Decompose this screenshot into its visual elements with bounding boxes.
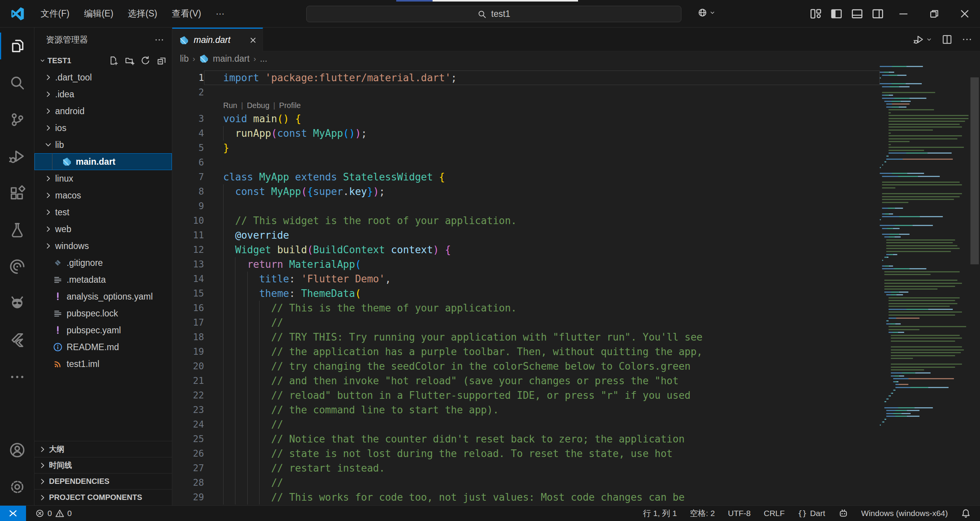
code-line-4[interactable]: 4 runApp(const MyApp());	[172, 126, 980, 141]
encoding-status[interactable]: UTF-8	[724, 509, 755, 518]
minimize-button[interactable]	[888, 0, 919, 27]
tab-main-dart[interactable]: main.dart	[172, 28, 263, 51]
code-line-26[interactable]: 26 // state is not lost during the reloa…	[172, 446, 980, 461]
activity-ai-assistant-button[interactable]	[0, 285, 34, 322]
explorer-more-actions-icon[interactable]	[154, 35, 164, 45]
code-line-9[interactable]: 9	[172, 199, 980, 213]
split-editor-icon[interactable]	[942, 34, 952, 45]
panel-3[interactable]: PROJECT COMPONENTS	[34, 489, 172, 505]
close-window-button[interactable]	[949, 0, 980, 27]
tree-item-web[interactable]: web	[34, 221, 172, 238]
restore-button[interactable]	[919, 0, 949, 27]
indentation-status[interactable]: 空格: 2	[686, 508, 719, 519]
new-folder-icon[interactable]	[124, 56, 134, 66]
code-line-5[interactable]: 5}	[172, 141, 980, 155]
code-line-21[interactable]: 21 // and then invoke "hot reload" (save…	[172, 374, 980, 388]
tree-item-test1-iml[interactable]: test1.iml	[34, 356, 172, 372]
remote-indicator[interactable]	[0, 506, 26, 521]
run-or-debug-button[interactable]	[913, 34, 933, 45]
tree-item--idea[interactable]: .idea	[34, 86, 172, 103]
activity-source-control-button[interactable]	[0, 101, 34, 138]
activity-testing-button[interactable]	[0, 211, 34, 248]
codelens-debug[interactable]: Debug	[247, 101, 270, 110]
activity-flutter-button[interactable]	[0, 322, 34, 359]
menu-3[interactable]: 查看(V)	[166, 5, 207, 23]
panel-0[interactable]: 大纲	[34, 441, 172, 457]
tree-item-pubspec-yaml[interactable]: pubspec.yaml	[34, 322, 172, 339]
tree-item-README-md[interactable]: README.md	[34, 339, 172, 356]
code-line-16[interactable]: 16 // This is the theme of your applicat…	[172, 301, 980, 315]
code-line-20[interactable]: 20 // try changing the seedColor in the …	[172, 359, 980, 374]
tree-item-lib[interactable]: lib	[34, 136, 172, 153]
code-line-2[interactable]: 2	[172, 85, 980, 100]
code-line-19[interactable]: 19 // the application has a purple toolb…	[172, 344, 980, 359]
menu-0[interactable]: 文件(F)	[34, 5, 75, 23]
command-center-search[interactable]: test1	[306, 6, 681, 22]
language-status[interactable]: {} Dart	[794, 509, 829, 518]
tree-item-pubspec-lock[interactable]: pubspec.lock	[34, 305, 172, 322]
toggle-primary-sidebar-button[interactable]	[826, 0, 847, 27]
activity-search-button[interactable]	[0, 64, 34, 101]
code-line-27[interactable]: 27 // restart instead.	[172, 461, 980, 475]
code-line-7[interactable]: 7class MyApp extends StatelessWidget {	[172, 170, 980, 184]
code-line-28[interactable]: 28 //	[172, 475, 980, 490]
eol-status[interactable]: CRLF	[760, 509, 789, 518]
tree-item-windows[interactable]: windows	[34, 238, 172, 254]
problems-status[interactable]: 0 0	[31, 509, 75, 518]
activity-explorer-button[interactable]	[0, 28, 34, 64]
scrollbar-thumb[interactable]	[970, 77, 979, 264]
panel-2[interactable]: DEPENDENCIES	[34, 473, 172, 489]
tree-item-android[interactable]: android	[34, 103, 172, 120]
code-line-1[interactable]: 1import 'package:flutter/material.dart';	[172, 70, 980, 85]
tree-item-linux[interactable]: linux	[34, 170, 172, 187]
tree-item--gitignore[interactable]: .gitignore	[34, 254, 172, 271]
code-line-8[interactable]: 8 const MyApp({super.key});	[172, 184, 980, 199]
code-line-12[interactable]: 12 Widget build(BuildContext context) {	[172, 242, 980, 257]
project-section-header[interactable]: TEST1	[34, 52, 172, 69]
tree-item-main-dart[interactable]: main.dart	[34, 153, 172, 170]
breadcrumb-item-1[interactable]: main.dart	[213, 54, 250, 64]
code-line-6[interactable]: 6	[172, 155, 980, 170]
collapse-folders-icon[interactable]	[157, 56, 167, 66]
code-line-15[interactable]: 15 theme: ThemeData(	[172, 286, 980, 301]
editor-more-actions-icon[interactable]	[962, 34, 972, 45]
cursor-position-status[interactable]: 行 1, 列 1	[639, 508, 681, 519]
breadcrumb-item-0[interactable]: lib	[180, 54, 189, 64]
code-line-17[interactable]: 17 //	[172, 315, 980, 330]
codelens-profile[interactable]: Profile	[279, 101, 301, 110]
new-file-icon[interactable]	[108, 56, 118, 66]
codelens-run[interactable]: Run	[223, 101, 237, 110]
code-line-10[interactable]: 10 // This widget is the root of your ap…	[172, 213, 980, 228]
breadcrumb-item-2[interactable]: ...	[260, 54, 267, 64]
minimap[interactable]	[880, 66, 969, 505]
refresh-explorer-icon[interactable]	[140, 56, 150, 66]
panel-1[interactable]: 时间线	[34, 457, 172, 473]
toggle-secondary-sidebar-button[interactable]	[867, 0, 888, 27]
code-line-24[interactable]: 24 //	[172, 417, 980, 432]
tree-item-test[interactable]: test	[34, 204, 172, 221]
activity-espressif-button[interactable]	[0, 248, 34, 285]
tree-item--dart-tool[interactable]: .dart_tool	[34, 69, 172, 86]
code-editor[interactable]: 1import 'package:flutter/material.dart';…	[172, 66, 980, 505]
code-line-11[interactable]: 11 @override	[172, 228, 980, 242]
code-line-23[interactable]: 23 // the command line to start the app)…	[172, 403, 980, 417]
code-line-29[interactable]: 29 // This works for code too, not just …	[172, 490, 980, 505]
notifications-button[interactable]	[957, 508, 975, 518]
activity-settings-button[interactable]	[0, 469, 34, 505]
code-line-13[interactable]: 13 return MaterialApp(	[172, 257, 980, 272]
customize-layout-button[interactable]	[805, 0, 826, 27]
menu-2[interactable]: 选择(S)	[122, 5, 163, 23]
code-line-22[interactable]: 22 // reload" button in a Flutter-suppor…	[172, 388, 980, 403]
code-line-3[interactable]: 3void main() {	[172, 111, 980, 126]
tree-item-analysis-options-yaml[interactable]: analysis_options.yaml	[34, 288, 172, 305]
activity-extensions-button[interactable]	[0, 175, 34, 211]
code-line-14[interactable]: 14 title: 'Flutter Demo',	[172, 272, 980, 286]
code-line-18[interactable]: 18 // TRY THIS: Try running your applica…	[172, 330, 980, 344]
chat-globe-button[interactable]	[697, 8, 716, 18]
tree-item-macos[interactable]: macos	[34, 187, 172, 204]
menu-1[interactable]: 编辑(E)	[78, 5, 119, 23]
activity-run-debug-button[interactable]	[0, 138, 34, 175]
code-line-25[interactable]: 25 // Notice that the counter didn't res…	[172, 432, 980, 446]
toggle-panel-button[interactable]	[847, 0, 867, 27]
activity-accounts-button[interactable]	[0, 432, 34, 469]
